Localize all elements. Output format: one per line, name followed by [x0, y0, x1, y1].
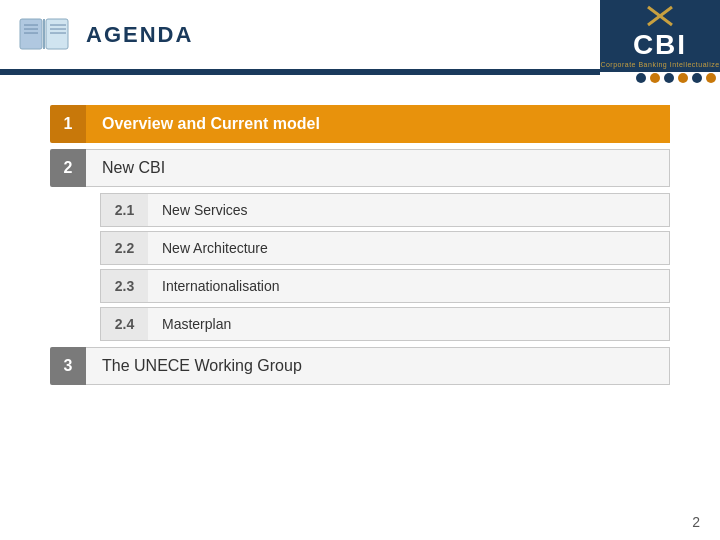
- svg-line-10: [660, 7, 672, 16]
- sub-number-2-1: 2.1: [100, 193, 148, 227]
- sub-label-2-3: Internationalisation: [148, 269, 670, 303]
- dots-strip: [600, 72, 720, 84]
- agenda-item-2: 2 New CBI: [50, 149, 670, 187]
- sub-number-2-4: 2.4: [100, 307, 148, 341]
- item-number-2: 2: [50, 149, 86, 187]
- item-label-1: Overview and Current model: [86, 105, 670, 143]
- svg-rect-0: [20, 19, 42, 49]
- sub-item-2-3: 2.3 Internationalisation: [100, 269, 670, 303]
- sub-label-2-4: Masterplan: [148, 307, 670, 341]
- sub-number-2-3: 2.3: [100, 269, 148, 303]
- cbi-subtext: Corporate Banking Intellectualize: [600, 61, 719, 68]
- sub-item-2-1: 2.1 New Services: [100, 193, 670, 227]
- dot-3: [664, 73, 674, 83]
- dot-4: [678, 73, 688, 83]
- page-title: AGENDA: [86, 22, 193, 48]
- sub-item-2-4: 2.4 Masterplan: [100, 307, 670, 341]
- sub-label-2-1: New Services: [148, 193, 670, 227]
- agenda-item-3: 3 The UNECE Working Group: [50, 347, 670, 385]
- cbi-logo: CBI Corporate Banking Intellectualize: [600, 0, 720, 72]
- dot-6: [706, 73, 716, 83]
- svg-line-9: [648, 7, 660, 16]
- svg-line-11: [648, 16, 660, 25]
- item-number-3: 3: [50, 347, 86, 385]
- cbi-text: CBI: [633, 29, 687, 61]
- item-label-3: The UNECE Working Group: [86, 347, 670, 385]
- svg-line-12: [660, 16, 672, 25]
- item-label-2: New CBI: [86, 149, 670, 187]
- sub-label-2-2: New Architecture: [148, 231, 670, 265]
- dot-2: [650, 73, 660, 83]
- book-icon: [16, 11, 72, 59]
- header: AGENDA CBI Corporate Banking Intellectua…: [0, 0, 720, 72]
- svg-rect-1: [46, 19, 68, 49]
- item-number-1: 1: [50, 105, 86, 143]
- dot-1: [636, 73, 646, 83]
- sub-items: 2.1 New Services 2.2 New Architecture 2.…: [100, 193, 670, 341]
- page-number: 2: [692, 514, 700, 530]
- sub-number-2-2: 2.2: [100, 231, 148, 265]
- sub-item-2-2: 2.2 New Architecture: [100, 231, 670, 265]
- dot-5: [692, 73, 702, 83]
- agenda-item-1: 1 Overview and Current model: [50, 105, 670, 143]
- main-content: 1 Overview and Current model 2 New CBI 2…: [0, 75, 720, 411]
